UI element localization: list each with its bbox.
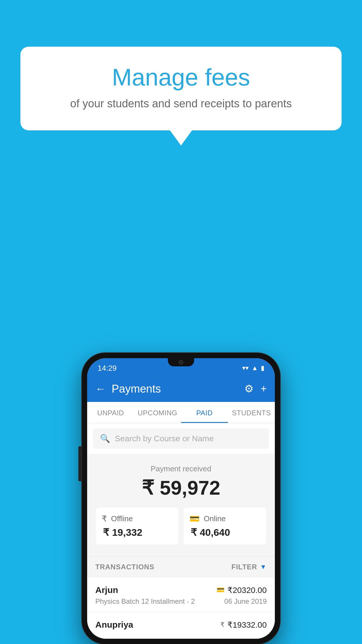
page-title: Payments <box>112 383 161 395</box>
add-button[interactable]: + <box>261 383 267 395</box>
app-header: ← Payments ⚙ + <box>87 376 275 402</box>
back-button[interactable]: ← <box>95 383 106 395</box>
payment-received-label: Payment received <box>96 464 266 473</box>
offline-payment-card: ₹ Offline ₹ 19,332 <box>96 508 178 545</box>
cash-payment-icon: ₹ <box>220 621 224 629</box>
speech-bubble-title: Manage fees <box>44 64 318 90</box>
tab-paid[interactable]: PAID <box>181 402 228 423</box>
offline-card-header: ₹ Offline <box>102 514 133 524</box>
transaction-amount: ₹19332.00 <box>227 620 267 630</box>
tab-unpaid[interactable]: UNPAID <box>87 402 134 423</box>
filter-icon: ▼ <box>260 563 267 571</box>
filter-button[interactable]: FILTER ▼ <box>231 563 267 571</box>
filter-label: FILTER <box>231 563 257 571</box>
transaction-amount: ₹20320.00 <box>227 585 267 595</box>
offline-amount: ₹ 19,332 <box>102 526 142 538</box>
transaction-row[interactable]: Anupriya ₹ ₹19332.00 <box>87 612 275 639</box>
search-input[interactable]: Search by Course or Name <box>115 434 214 443</box>
header-left: ← Payments <box>95 383 161 395</box>
settings-icon[interactable]: ⚙ <box>244 383 254 395</box>
tab-students[interactable]: STUDENTS <box>228 402 275 423</box>
transaction-name: Arjun <box>95 585 118 595</box>
search-container: 🔍 Search by Course or Name <box>87 423 275 454</box>
transaction-course: Physics Batch 12 Installment - 2 <box>95 597 195 606</box>
payment-summary: Payment received ₹ 59,972 ₹ Offline ₹ 19… <box>87 454 275 556</box>
card-payment-icon: 💳 <box>217 586 224 594</box>
speech-bubble-subtitle: of your students and send receipts to pa… <box>44 97 318 110</box>
transactions-label: TRANSACTIONS <box>95 563 154 571</box>
transaction-date: 06 June 2019 <box>224 597 267 606</box>
transaction-amount-container: ₹ ₹19332.00 <box>220 620 267 630</box>
transaction-name: Anupriya <box>95 620 133 630</box>
speech-bubble-section: Manage fees of your students and send re… <box>20 47 342 130</box>
card-icon: 💳 <box>189 514 200 524</box>
tabs-bar: UNPAID UPCOMING PAID STUDENTS <box>87 402 275 423</box>
search-icon: 🔍 <box>100 434 110 443</box>
camera <box>179 360 183 365</box>
transaction-top-row: Arjun 💳 ₹20320.00 <box>95 585 267 595</box>
payment-total-amount: ₹ 59,972 <box>96 476 266 499</box>
transaction-amount-container: 💳 ₹20320.00 <box>217 585 267 595</box>
transaction-row[interactable]: Arjun 💳 ₹20320.00 Physics Batch 12 Insta… <box>87 578 275 612</box>
phone-screen: 14:29 ▾▾ ▲ ▮ ← Payments ⚙ + <box>87 358 275 639</box>
signal-icon: ▲ <box>252 364 258 372</box>
online-amount: ₹ 40,640 <box>189 526 230 538</box>
online-card-header: 💳 Online <box>189 514 226 524</box>
online-label: Online <box>204 514 226 523</box>
battery-icon: ▮ <box>261 364 264 372</box>
payment-cards: ₹ Offline ₹ 19,332 💳 Online ₹ 40,640 <box>96 508 266 545</box>
phone-mockup: 14:29 ▾▾ ▲ ▮ ← Payments ⚙ + <box>82 353 280 644</box>
status-icons: ▾▾ ▲ ▮ <box>242 364 264 372</box>
speech-bubble: Manage fees of your students and send re… <box>20 47 342 130</box>
header-right: ⚙ + <box>244 383 267 395</box>
wifi-icon: ▾▾ <box>242 364 249 372</box>
transactions-header: TRANSACTIONS FILTER ▼ <box>87 556 275 578</box>
phone-body: 14:29 ▾▾ ▲ ▮ ← Payments ⚙ + <box>82 353 280 644</box>
phone-notch <box>168 358 194 366</box>
transaction-bottom-row: Physics Batch 12 Installment - 2 06 June… <box>95 597 267 606</box>
tab-upcoming[interactable]: UPCOMING <box>134 402 181 423</box>
status-time: 14:29 <box>98 364 117 373</box>
search-box[interactable]: 🔍 Search by Course or Name <box>93 428 269 449</box>
transaction-top-row: Anupriya ₹ ₹19332.00 <box>95 620 267 630</box>
offline-label: Offline <box>111 514 133 523</box>
rupee-note-icon: ₹ <box>102 514 107 524</box>
online-payment-card: 💳 Online ₹ 40,640 <box>184 508 266 545</box>
